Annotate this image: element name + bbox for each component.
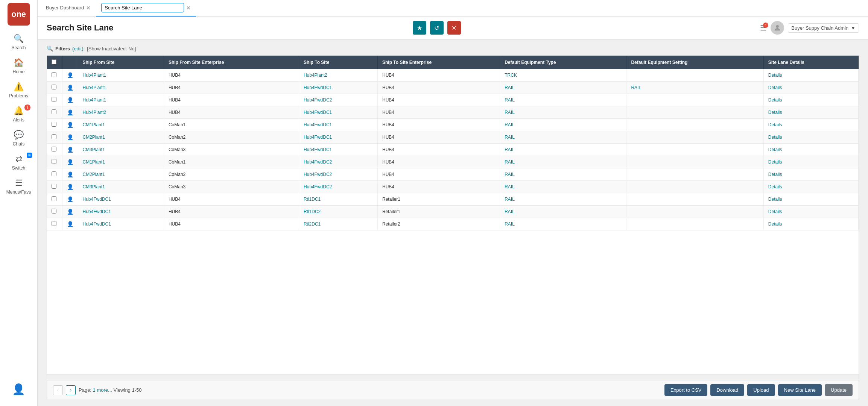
row-details: Details [763, 206, 858, 218]
ship-to-link[interactable]: Hub4FwdDC1 [304, 122, 332, 127]
new-site-lane-button[interactable]: New Site Lane [778, 384, 822, 396]
more-pages-link[interactable]: more... [97, 387, 112, 393]
eq-type-link[interactable]: RAIL [505, 110, 515, 115]
table-scroll[interactable]: Ship From Site Ship From Site Enterprise… [47, 56, 859, 374]
row-checkbox[interactable] [52, 134, 56, 139]
details-link[interactable]: Details [768, 97, 782, 103]
tab-search-close[interactable]: ✕ [186, 5, 191, 11]
sidebar-item-problems[interactable]: ⚠️ Problems [0, 78, 37, 102]
ship-to-link[interactable]: Hub4FwdDC1 [304, 147, 332, 152]
eq-type-link[interactable]: RAIL [505, 197, 515, 202]
row-ship-from: Hub4Plant2 [78, 106, 164, 119]
export-csv-button[interactable]: Export to CSV [664, 384, 707, 396]
tab-buyer-dashboard-close[interactable]: ✕ [86, 5, 91, 11]
ship-from-link[interactable]: CM1Plant1 [83, 122, 105, 127]
star-button[interactable]: ★ [413, 21, 426, 35]
row-checkbox[interactable] [52, 209, 56, 214]
filters-edit-link[interactable]: (edit): [72, 46, 85, 52]
ship-from-link[interactable]: Hub4Plant1 [83, 73, 106, 78]
details-link[interactable]: Details [768, 135, 782, 140]
row-checkbox[interactable] [52, 196, 56, 201]
eq-type-link[interactable]: TRCK [505, 73, 517, 78]
ship-from-link[interactable]: CM2Plant1 [83, 172, 105, 177]
eq-type-link[interactable]: RAIL [505, 209, 515, 214]
ship-from-link[interactable]: CM1Plant1 [83, 159, 105, 165]
row-checkbox[interactable] [52, 97, 56, 102]
next-page-button[interactable]: › [66, 385, 76, 395]
ship-from-link[interactable]: Hub4Plant1 [83, 85, 106, 90]
notifications-button[interactable]: ☰ 1 [760, 23, 767, 32]
ship-to-link[interactable]: Hub4FwdDC2 [304, 159, 332, 165]
eq-type-link[interactable]: RAIL [505, 184, 515, 189]
eq-setting-link[interactable]: RAIL [631, 85, 641, 90]
ship-from-link[interactable]: Hub4Plant2 [83, 110, 106, 115]
sidebar-item-search[interactable]: 🔍 Search [0, 30, 37, 54]
eq-type-link[interactable]: RAIL [505, 85, 515, 90]
row-eq-setting [626, 218, 763, 230]
eq-type-link[interactable]: RAIL [505, 221, 515, 227]
details-link[interactable]: Details [768, 147, 782, 152]
row-checkbox[interactable] [52, 85, 56, 89]
user-avatar-icon: 👤 [12, 383, 25, 395]
sidebar-item-user-avatar[interactable]: 👤 [12, 379, 25, 399]
ship-to-link[interactable]: Hub4FwdDC1 [304, 85, 332, 90]
eq-type-link[interactable]: RAIL [505, 135, 515, 140]
eq-type-link[interactable]: RAIL [505, 147, 515, 152]
ship-to-link[interactable]: Hub4FwdDC2 [304, 97, 332, 103]
sidebar-item-switch[interactable]: ⇄ Switch ≡ [0, 150, 37, 174]
eq-type-link[interactable]: RAIL [505, 122, 515, 127]
upload-button[interactable]: Upload [747, 384, 775, 396]
ship-from-link[interactable]: Hub4FwdDC1 [83, 209, 111, 214]
details-link[interactable]: Details [768, 73, 782, 78]
ship-to-link[interactable]: Rtl2DC1 [304, 221, 321, 227]
prev-page-button[interactable]: ‹ [53, 385, 63, 395]
details-link[interactable]: Details [768, 197, 782, 202]
ship-from-link[interactable]: CM2Plant1 [83, 135, 105, 140]
ship-from-link[interactable]: CM3Plant1 [83, 184, 105, 189]
sidebar-item-home[interactable]: 🏠 Home [0, 54, 37, 78]
select-all-checkbox[interactable] [52, 59, 56, 64]
ship-to-link[interactable]: Hub4FwdDC1 [304, 135, 332, 140]
ship-to-link[interactable]: Rtl1DC2 [304, 209, 321, 214]
row-checkbox[interactable] [52, 221, 56, 226]
details-link[interactable]: Details [768, 159, 782, 165]
update-button[interactable]: Update [825, 384, 853, 396]
ship-from-link[interactable]: CM3Plant1 [83, 147, 105, 152]
row-checkbox[interactable] [52, 171, 56, 176]
refresh-button[interactable]: ↺ [430, 21, 444, 35]
row-checkbox[interactable] [52, 109, 56, 114]
ship-to-link[interactable]: Rtl1DC1 [304, 197, 321, 202]
tab-search-input[interactable] [101, 3, 184, 12]
ship-from-link[interactable]: Hub4FwdDC1 [83, 221, 111, 227]
sidebar-item-chats[interactable]: 💬 Chats [0, 126, 37, 150]
close-button[interactable]: ✕ [447, 21, 461, 35]
ship-to-link[interactable]: Hub4FwdDC1 [304, 110, 332, 115]
row-checkbox[interactable] [52, 184, 56, 189]
tab-search-site-lane[interactable]: ✕ [96, 0, 196, 17]
eq-type-link[interactable]: RAIL [505, 172, 515, 177]
sidebar-item-alerts[interactable]: 🔔 Alerts 1 [0, 102, 37, 126]
details-link[interactable]: Details [768, 172, 782, 177]
ship-from-link[interactable]: Hub4Plant1 [83, 97, 106, 103]
details-link[interactable]: Details [768, 221, 782, 227]
eq-type-link[interactable]: RAIL [505, 159, 515, 165]
sidebar-item-menus[interactable]: ☰ Menus/Favs [0, 174, 37, 198]
details-link[interactable]: Details [768, 85, 782, 90]
download-button[interactable]: Download [710, 384, 744, 396]
details-link[interactable]: Details [768, 122, 782, 127]
row-checkbox[interactable] [52, 147, 56, 151]
ship-to-link[interactable]: Hub4FwdDC2 [304, 172, 332, 177]
ship-to-link[interactable]: Hub4Plant2 [304, 73, 327, 78]
row-checkbox[interactable] [52, 159, 56, 164]
ship-to-link[interactable]: Hub4FwdDC2 [304, 184, 332, 189]
ship-from-link[interactable]: Hub4FwdDC1 [83, 197, 111, 202]
row-checkbox[interactable] [52, 72, 56, 77]
details-link[interactable]: Details [768, 110, 782, 115]
tab-buyer-dashboard[interactable]: Buyer Dashboard ✕ [41, 0, 96, 17]
eq-type-link[interactable]: RAIL [505, 97, 515, 103]
row-checkbox[interactable] [52, 122, 56, 127]
horizontal-scrollbar[interactable] [47, 374, 859, 380]
details-link[interactable]: Details [768, 209, 782, 214]
user-dropdown[interactable]: Buyer Suppy Chain Admin ▼ [788, 23, 859, 33]
details-link[interactable]: Details [768, 184, 782, 189]
